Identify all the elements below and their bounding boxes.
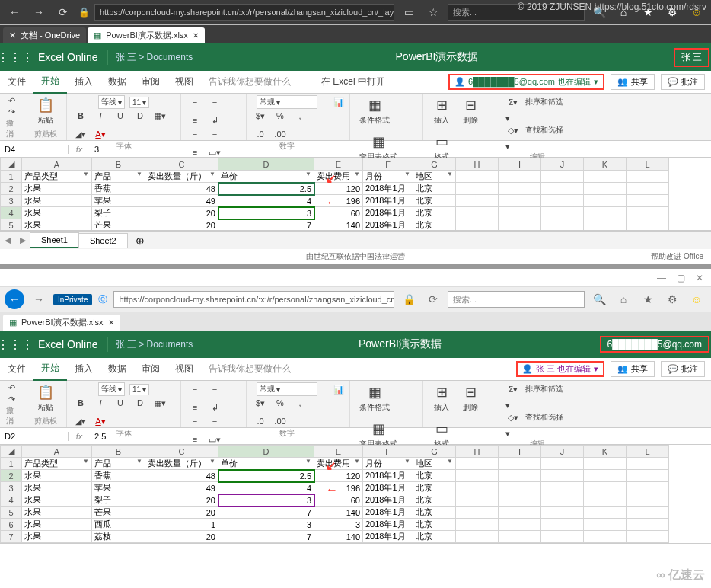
col-header[interactable]: E	[314, 158, 363, 171]
align-center-icon[interactable]: ≡	[207, 414, 222, 428]
col-header[interactable]: E	[314, 446, 363, 458]
home-icon[interactable]: ⌂	[614, 289, 633, 309]
tab-home[interactable]: 开始	[33, 358, 67, 381]
tab-data[interactable]: 数据	[100, 358, 134, 381]
close-icon[interactable]: ✕	[193, 31, 199, 40]
currency-icon[interactable]: $▾	[253, 109, 268, 123]
fx-icon[interactable]: fx	[69, 432, 90, 441]
insert-cells-button[interactable]: ⊞插入	[429, 382, 454, 414]
filter-icon[interactable]: ▼	[83, 171, 89, 177]
share-button[interactable]: 👥 共享	[611, 361, 655, 377]
percent-icon[interactable]: %	[273, 396, 288, 410]
refresh-button[interactable]: ⟳	[423, 289, 443, 309]
sheet-tab[interactable]: Sheet2	[78, 233, 128, 248]
undo-icon[interactable]: ↶	[5, 382, 20, 394]
help-link[interactable]: 帮助改进 Office	[651, 251, 703, 262]
find-button[interactable]: 查找和选择	[525, 125, 563, 136]
sheet-nav-prev[interactable]: ◀	[0, 235, 15, 245]
tab-insert[interactable]: 插入	[67, 71, 100, 94]
comma-icon[interactable]: ,	[292, 396, 308, 410]
align-top-icon[interactable]: ≡	[187, 95, 202, 109]
favs-icon[interactable]: ★	[638, 289, 658, 309]
tab-review[interactable]: 审阅	[134, 358, 167, 381]
add-sheet-button[interactable]: ⊕	[128, 235, 152, 247]
tab-data[interactable]: 数据	[100, 71, 134, 94]
font-color-button[interactable]: A▾	[93, 127, 108, 141]
delete-cells-button[interactable]: ⊟删除	[458, 95, 483, 127]
survey-icon[interactable]: 📊	[331, 382, 346, 396]
col-header[interactable]: C	[145, 446, 218, 458]
col-header[interactable]: K	[584, 158, 627, 171]
formula-input[interactable]: 3	[90, 145, 711, 154]
url-input[interactable]: https://corponcloud-my.sharepoint.cn/:x:…	[94, 4, 394, 21]
clear-icon[interactable]: ◇▾	[505, 123, 521, 137]
percent-icon[interactable]: %	[273, 109, 288, 123]
tab-review[interactable]: 审阅	[134, 71, 167, 94]
sheet-nav-next[interactable]: ▶	[15, 235, 30, 245]
browser-tab-excel[interactable]: ▦ PowerBI演示数据.xlsx ✕	[88, 27, 205, 43]
align-bot-icon[interactable]: ≡	[187, 113, 202, 127]
font-size-select[interactable]: 11 ▾	[129, 97, 149, 108]
breadcrumb[interactable]: 张 三 > Documents	[108, 338, 201, 351]
bold-button[interactable]: B	[73, 396, 88, 410]
forward-button[interactable]: →	[29, 289, 49, 309]
autosum-icon[interactable]: Σ▾	[505, 95, 521, 109]
sort-button[interactable]: 排序和筛选	[525, 97, 563, 107]
col-header[interactable]: D	[218, 158, 314, 171]
open-in-excel[interactable]: 在 Excel 中打开	[314, 71, 393, 94]
tab-insert[interactable]: 插入	[67, 358, 100, 381]
font-size-select[interactable]: 11 ▾	[129, 384, 149, 395]
gear-icon[interactable]: ⚙	[662, 289, 682, 309]
close-icon[interactable]: ✕	[108, 318, 114, 327]
delete-cells-button[interactable]: ⊟删除	[458, 382, 483, 414]
cond-format-button[interactable]: ▦条件格式	[356, 382, 393, 414]
fx-icon[interactable]: fx	[69, 145, 90, 154]
forward-button[interactable]: →	[29, 2, 49, 22]
inc-decimal-icon[interactable]: .0	[253, 127, 268, 141]
spreadsheet-grid-2[interactable]: ◢ A B C D E F G H I J K L 1产品类型▼产品▼卖出数量（…	[0, 445, 711, 544]
align-left-icon[interactable]: ≡	[187, 414, 202, 428]
maximize-icon[interactable]: ▢	[677, 273, 685, 283]
col-header[interactable]: K	[584, 446, 627, 458]
reading-mode-icon[interactable]: ▭	[399, 2, 419, 22]
undo-icon[interactable]: ↶	[5, 95, 20, 107]
fill-color-button[interactable]: ◢▾	[73, 414, 88, 428]
font-select[interactable]: 等线 ▾	[98, 382, 125, 396]
col-header[interactable]: B	[92, 158, 145, 171]
col-header[interactable]: I	[499, 158, 541, 171]
col-header[interactable]: D	[218, 446, 314, 458]
search-icon[interactable]: 🔍	[589, 289, 609, 309]
survey-icon[interactable]: 📊	[331, 95, 346, 109]
refresh-button[interactable]: ⟳	[53, 2, 73, 22]
tab-view[interactable]: 视图	[167, 358, 201, 381]
border-button[interactable]: ▦▾	[152, 396, 167, 410]
autosum-icon[interactable]: Σ▾	[505, 382, 521, 396]
double-underline-button[interactable]: D	[132, 109, 148, 123]
font-select[interactable]: 等线 ▾	[98, 95, 125, 109]
border-button[interactable]: ▦▾	[152, 109, 167, 123]
cond-format-button[interactable]: ▦条件格式	[356, 95, 393, 127]
align-mid-icon[interactable]: ≡	[207, 95, 222, 109]
tab-file[interactable]: 文件	[0, 71, 33, 94]
align-bot-icon[interactable]: ≡	[187, 401, 202, 414]
paste-button[interactable]: 📋粘贴	[33, 95, 58, 127]
align-center-icon[interactable]: ≡	[207, 127, 222, 141]
underline-button[interactable]: U	[113, 396, 128, 410]
italic-button[interactable]: I	[93, 396, 108, 410]
italic-button[interactable]: I	[93, 109, 108, 123]
coediting-indicator[interactable]: 👤 张 三 也在编辑 ▾	[516, 361, 604, 377]
font-color-button[interactable]: A▾	[93, 414, 108, 428]
col-header[interactable]: A	[22, 158, 92, 171]
col-header[interactable]: I	[499, 446, 541, 458]
name-box[interactable]: D2	[0, 432, 69, 441]
col-header[interactable]: J	[541, 158, 584, 171]
minimize-icon[interactable]: —	[657, 273, 666, 283]
browser-tab-excel[interactable]: ▦ PowerBI演示数据.xlsx ✕	[3, 315, 120, 331]
col-header[interactable]: C	[145, 158, 218, 171]
app-launcher-icon[interactable]: ⋮⋮⋮	[2, 331, 29, 358]
favorite-icon[interactable]: ☆	[423, 2, 443, 22]
breadcrumb[interactable]: 张 三 > Documents	[108, 51, 201, 64]
currency-icon[interactable]: $▾	[253, 396, 268, 410]
align-left-icon[interactable]: ≡	[187, 127, 202, 141]
col-header[interactable]: F	[363, 446, 413, 458]
